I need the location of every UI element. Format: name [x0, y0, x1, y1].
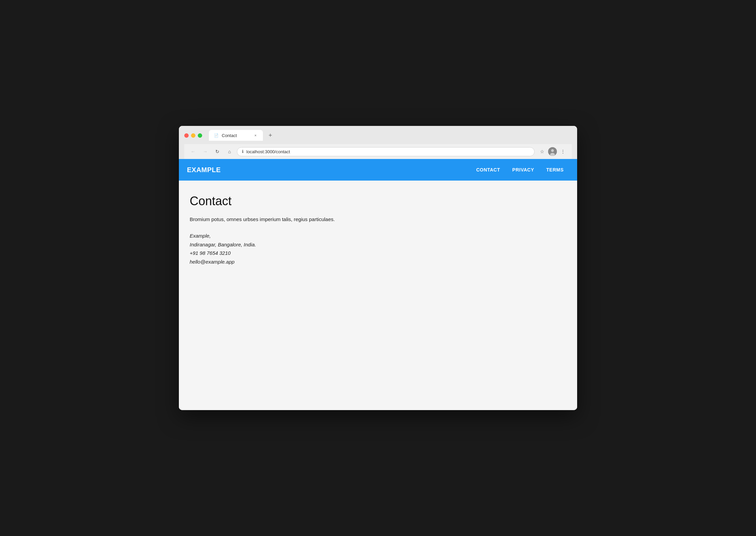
browser-window: 📄 Contact × + ← → ↻ ⌂ ℹ localhost:3000/c… [179, 126, 577, 410]
tab-row: 📄 Contact × + [184, 130, 572, 141]
back-button[interactable]: ← [188, 147, 198, 156]
contact-address-line1: Example, [190, 232, 566, 240]
toolbar-actions: ☆ ⋮ [537, 147, 568, 156]
menu-button[interactable]: ⋮ [558, 147, 568, 156]
page-description: Bromium potus, omnes urbses imperium tal… [190, 216, 566, 222]
svg-point-1 [551, 149, 554, 152]
minimize-button[interactable] [191, 133, 195, 138]
new-tab-button[interactable]: + [266, 131, 275, 140]
website-content: Contact Bromium potus, omnes urbses impe… [179, 181, 577, 410]
forward-button[interactable]: → [200, 147, 210, 156]
window-controls [184, 133, 202, 138]
nav-link-privacy[interactable]: PRIVACY [507, 164, 540, 175]
maximize-button[interactable] [198, 133, 202, 138]
tab-close-button[interactable]: × [253, 133, 258, 138]
page-title: Contact [190, 194, 566, 208]
tab-favicon-icon: 📄 [214, 133, 219, 138]
nav-link-terms[interactable]: TERMS [541, 164, 569, 175]
browser-titlebar: 📄 Contact × + ← → ↻ ⌂ ℹ localhost:3000/c… [179, 126, 577, 159]
tab-title: Contact [222, 133, 250, 138]
contact-phone: +91 98 7654 3210 [190, 249, 566, 258]
nav-link-contact[interactable]: CONTACT [471, 164, 506, 175]
contact-email: hello@example.app [190, 258, 566, 266]
refresh-button[interactable]: ↻ [213, 147, 222, 156]
contact-address-line2: Indiranagar, Bangalore, India. [190, 240, 566, 249]
address-bar[interactable]: ℹ localhost:3000/contact [237, 147, 535, 156]
home-button[interactable]: ⌂ [225, 147, 234, 156]
lock-icon: ℹ [242, 149, 244, 154]
browser-tab[interactable]: 📄 Contact × [209, 130, 263, 141]
nav-links: CONTACT PRIVACY TERMS [471, 164, 569, 175]
website-nav: EXAMPLE CONTACT PRIVACY TERMS [179, 159, 577, 181]
address-bar-url: localhost:3000/contact [246, 149, 530, 154]
close-button[interactable] [184, 133, 189, 138]
nav-brand[interactable]: EXAMPLE [187, 166, 471, 174]
bookmark-button[interactable]: ☆ [537, 147, 547, 156]
avatar [548, 147, 557, 156]
website: EXAMPLE CONTACT PRIVACY TERMS Contact Br… [179, 159, 577, 410]
contact-details: Example, Indiranagar, Bangalore, India. … [190, 232, 566, 266]
browser-toolbar: ← → ↻ ⌂ ℹ localhost:3000/contact ☆ ⋮ [184, 144, 572, 159]
